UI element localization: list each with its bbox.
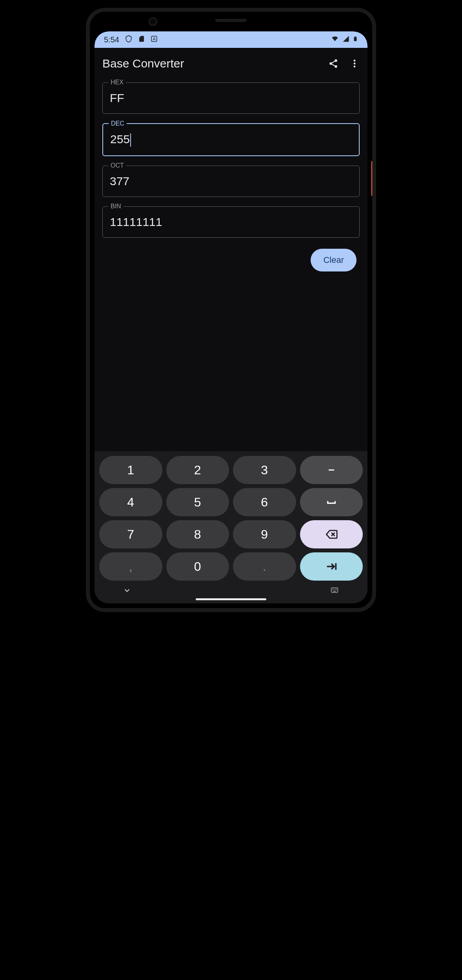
hex-label: HEX [108,79,126,86]
key-period[interactable]: . [233,552,296,581]
status-right [331,35,358,45]
power-button [371,161,374,196]
battery-icon [353,35,358,45]
hex-value: FF [110,91,124,105]
content-area: HEX FF DEC 255 OCT 377 BIN 11111111 Clea… [95,79,367,451]
phone-frame: 5:54 A [86,8,376,612]
key-6[interactable]: 6 [233,488,296,516]
key-3[interactable]: 3 [233,456,296,484]
oct-label: OCT [108,162,126,169]
key-7[interactable]: 7 [99,520,162,548]
key-1[interactable]: 1 [99,456,162,484]
sd-card-icon [138,35,145,45]
svg-point-20 [332,590,333,591]
text-a-icon: A [151,35,158,44]
key-space[interactable] [300,488,363,516]
key-8[interactable]: 8 [166,520,229,548]
svg-point-17 [334,589,335,590]
wifi-icon [331,35,339,44]
dec-label: DEC [109,120,127,127]
svg-point-6 [335,65,337,68]
bin-field[interactable]: BIN 11111111 [102,206,360,238]
svg-point-5 [329,62,332,65]
key-grid: 1 2 3 4 5 6 7 8 9 , 0 . [99,456,363,581]
bin-label: BIN [108,203,124,210]
key-2[interactable]: 2 [166,456,229,484]
key-9[interactable]: 9 [233,520,296,548]
svg-point-7 [354,60,356,62]
screen: 5:54 A [95,31,367,603]
key-next[interactable] [300,552,363,581]
key-dash[interactable] [300,456,363,484]
bin-value: 11111111 [110,215,162,229]
dec-value: 255 [110,133,131,147]
dec-field[interactable]: DEC 255 [102,123,360,156]
text-cursor [130,133,131,147]
svg-point-8 [354,63,356,65]
status-bar: 5:54 A [95,31,367,48]
signal-icon [342,35,349,44]
more-icon[interactable] [349,58,360,69]
phone-notch [215,19,247,22]
app-bar: Base Converter [95,48,367,79]
svg-point-18 [335,589,336,590]
key-5[interactable]: 5 [166,488,229,516]
shield-icon [125,35,133,45]
svg-point-19 [336,589,337,590]
numeric-keyboard: 1 2 3 4 5 6 7 8 9 , 0 . [95,451,367,603]
app-actions [328,58,360,69]
page-title: Base Converter [102,57,184,70]
key-backspace[interactable] [300,520,363,548]
status-time: 5:54 [104,35,119,44]
key-0[interactable]: 0 [166,552,229,581]
collapse-keyboard-icon[interactable] [123,586,131,596]
hex-field[interactable]: HEX FF [102,82,360,114]
status-left: 5:54 A [104,35,158,45]
svg-point-9 [354,66,356,67]
keyboard-settings-icon[interactable] [330,587,339,596]
svg-point-22 [335,590,336,591]
svg-point-23 [336,590,337,591]
oct-field[interactable]: OCT 377 [102,166,360,197]
key-4[interactable]: 4 [99,488,162,516]
svg-point-21 [334,590,335,591]
share-icon[interactable] [328,58,338,69]
svg-rect-3 [355,36,356,37]
home-indicator[interactable] [196,598,266,600]
keyboard-footer [99,581,363,596]
speaker-grille [215,19,247,22]
svg-rect-2 [354,37,357,41]
oct-value: 377 [110,175,129,188]
clear-row: Clear [102,249,360,271]
front-camera [149,17,157,26]
svg-point-4 [335,59,337,62]
clear-button[interactable]: Clear [311,249,357,271]
svg-point-16 [332,589,333,590]
svg-text:A: A [153,36,155,41]
svg-rect-24 [333,591,336,592]
key-comma[interactable]: , [99,552,162,581]
